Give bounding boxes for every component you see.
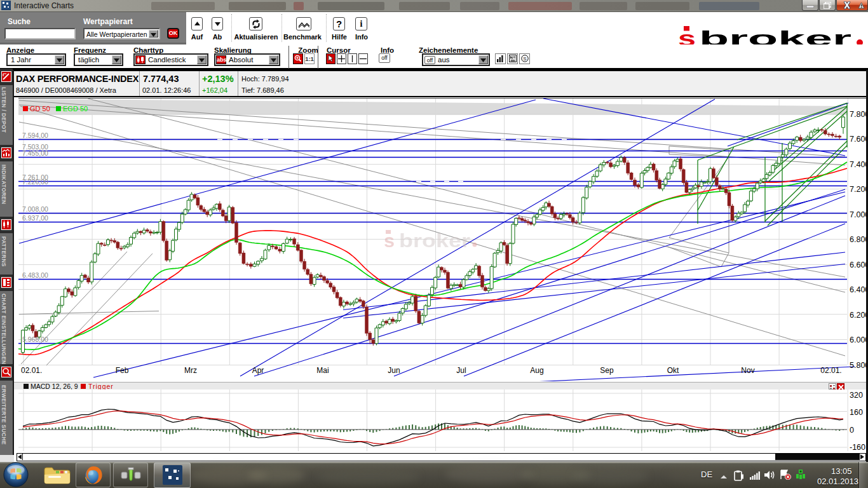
svg-text:-160: -160 — [850, 443, 865, 452]
svg-text:320: 320 — [850, 391, 863, 400]
svg-text:160: 160 — [850, 408, 863, 417]
svg-text:0: 0 — [850, 426, 854, 435]
